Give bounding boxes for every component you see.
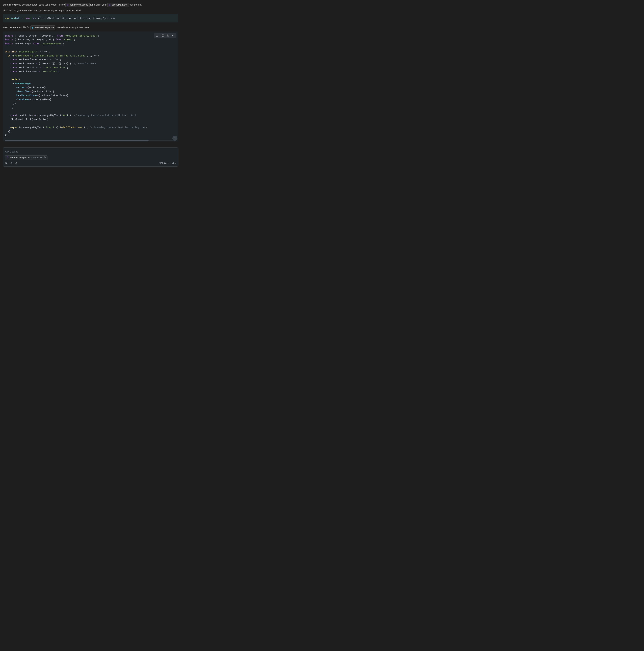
svg-point-16 xyxy=(5,162,7,164)
paragraph-3: Next, create a test file for SceneManage… xyxy=(3,26,178,30)
text: component. xyxy=(129,3,142,6)
scrollbar-thumb[interactable] xyxy=(5,140,149,142)
react-file-icon xyxy=(31,27,34,29)
model-label: GPT 4o xyxy=(158,161,167,165)
chip-label: handleNextScene xyxy=(69,3,88,7)
context-file-chip[interactable]: Introduction.spec.tsx Current file xyxy=(5,155,48,160)
voice-button[interactable] xyxy=(15,162,18,164)
svg-rect-2 xyxy=(109,5,109,5)
chip-label: SceneManager xyxy=(112,3,127,7)
context-file-name: Introduction.spec.tsx xyxy=(10,156,31,159)
svg-rect-1 xyxy=(68,5,68,5)
svg-point-17 xyxy=(6,163,6,163)
beaker-icon xyxy=(6,156,9,159)
chevron-down-icon xyxy=(175,162,176,164)
paragraph-1: Sure, I'll help you generate a test case… xyxy=(3,3,178,7)
svg-point-15 xyxy=(45,157,45,157)
svg-point-14 xyxy=(174,35,174,35)
svg-point-4 xyxy=(32,28,33,28)
text: . Here is an example test case: xyxy=(56,26,89,29)
eye-icon xyxy=(43,156,46,159)
svg-point-12 xyxy=(172,35,173,35)
symbol-chip-handle-next-scene[interactable]: handleNextScene xyxy=(65,3,90,7)
context-row: Introduction.spec.tsx Current file xyxy=(5,155,176,160)
svg-rect-0 xyxy=(67,5,67,5)
model-picker[interactable]: GPT 4o xyxy=(158,161,169,165)
svg-rect-18 xyxy=(16,162,17,163)
svg-rect-3 xyxy=(110,5,110,5)
horizontal-scrollbar[interactable] xyxy=(5,140,176,142)
svg-rect-8 xyxy=(156,35,158,36)
insert-at-cursor-button[interactable] xyxy=(160,33,165,37)
chip-label: SceneManager.tsx xyxy=(34,26,54,30)
svg-rect-9 xyxy=(162,34,164,35)
attach-button[interactable] xyxy=(10,162,12,164)
code-block: import { render, screen, fireEvent } fro… xyxy=(3,31,178,142)
shell-command-block[interactable]: npm install --save-dev vitest @testing-l… xyxy=(3,14,178,23)
symbol-chip-scene-manager[interactable]: SceneManager xyxy=(107,3,129,7)
symbol-method-icon xyxy=(66,4,69,6)
cmd-install: install xyxy=(11,17,21,20)
more-actions-button[interactable] xyxy=(171,33,176,37)
code-toolbar xyxy=(154,33,176,38)
context-file-sub: Current file xyxy=(32,156,42,159)
svg-rect-11 xyxy=(167,35,169,36)
code-content[interactable]: import { render, screen, fireEvent } fro… xyxy=(3,31,178,139)
copy-button[interactable] xyxy=(166,33,170,37)
svg-rect-10 xyxy=(162,36,164,36)
text: Sure, I'll help you generate a test case… xyxy=(3,3,65,6)
svg-point-13 xyxy=(173,35,173,35)
composer-toolbar: GPT 4o xyxy=(5,161,176,165)
assistant-message: Sure, I'll help you generate a test case… xyxy=(3,3,178,146)
scroll-to-bottom-button[interactable] xyxy=(172,136,177,141)
symbol-chip-file[interactable]: SceneManager.tsx xyxy=(30,26,55,30)
cmd-packages: vitest @testing-library/react @testing-l… xyxy=(37,17,115,20)
send-button[interactable] xyxy=(171,162,176,165)
symbol-method-icon xyxy=(108,4,111,6)
apply-in-editor-button[interactable] xyxy=(155,33,159,37)
paragraph-2: First, ensure you have Vitest and the ne… xyxy=(3,9,178,12)
cmd-flag: --save-dev xyxy=(22,17,36,20)
composer: Ask Copilot Introduction.spec.tsx Curren… xyxy=(3,148,178,166)
composer-input[interactable]: Ask Copilot xyxy=(5,149,176,155)
mention-button[interactable] xyxy=(5,162,7,164)
text: function in your xyxy=(90,3,107,6)
chevron-down-icon xyxy=(167,162,169,164)
cmd-npm: npm xyxy=(5,17,9,20)
text: Next, create a test file for xyxy=(3,26,30,29)
